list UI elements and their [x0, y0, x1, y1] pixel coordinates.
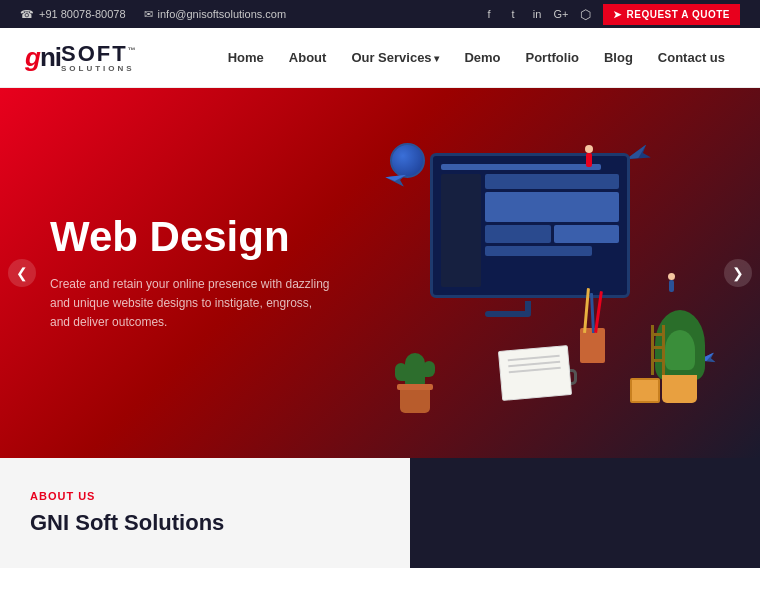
- hero-description: Create and retain your online presence w…: [50, 275, 330, 333]
- logo-solutions-text: SOLUTIONS: [61, 65, 138, 73]
- hero-title: Web Design: [50, 214, 330, 260]
- nav-links: Home About Our Services Demo Portfolio B…: [218, 42, 735, 73]
- hero-section: ❮ Web Design Create and retain your onli…: [0, 88, 760, 458]
- twitter-icon[interactable]: t: [505, 6, 521, 22]
- pencil-cup: [580, 328, 605, 363]
- paper-document: [498, 345, 572, 401]
- cactus-plant-left: [400, 353, 430, 413]
- request-quote-arrow-icon: ➤: [613, 9, 622, 20]
- nav-item-portfolio[interactable]: Portfolio: [516, 42, 589, 73]
- nav-item-blog[interactable]: Blog: [594, 42, 643, 73]
- nav-link-services[interactable]: Our Services: [341, 42, 449, 73]
- top-bar-right: f t in G+ ⬡ ➤ REQUEST A QUOTE: [481, 4, 740, 25]
- nav-link-demo[interactable]: Demo: [454, 42, 510, 73]
- email-address: info@gnisoftsolutions.com: [158, 8, 287, 20]
- nav-item-contact[interactable]: Contact us: [648, 42, 735, 73]
- ladder: [651, 325, 665, 375]
- social-icons: f t in G+ ⬡: [481, 6, 593, 22]
- phone-icon: ☎: [20, 8, 34, 21]
- nav-item-demo[interactable]: Demo: [454, 42, 510, 73]
- monitor-illustration: [430, 153, 630, 298]
- hero-prev-button[interactable]: ❮: [8, 259, 36, 287]
- figure-right: [668, 273, 675, 292]
- nav-item-about[interactable]: About: [279, 42, 337, 73]
- request-quote-button[interactable]: ➤ REQUEST A QUOTE: [603, 4, 740, 25]
- box-decoration: [630, 378, 660, 403]
- figure-top: [585, 145, 593, 167]
- nav-item-services[interactable]: Our Services: [341, 42, 449, 73]
- top-bar-left: ☎ +91 80078-80078 ✉ info@gnisoftsolution…: [20, 8, 286, 21]
- logo-gni-text: gni: [25, 42, 61, 73]
- about-label: ABOUT US: [30, 490, 380, 502]
- email-info: ✉ info@gnisoftsolutions.com: [144, 8, 287, 21]
- phone-number: +91 80078-80078: [39, 8, 126, 20]
- dark-block: [410, 458, 760, 568]
- hero-illustration: [380, 123, 720, 423]
- hero-prev-icon: ❮: [16, 265, 28, 281]
- linkedin-icon[interactable]: in: [529, 6, 545, 22]
- logo-tm: ™: [128, 45, 138, 54]
- paper-plane-2: [384, 169, 407, 190]
- nav-link-blog[interactable]: Blog: [594, 42, 643, 73]
- top-bar: ☎ +91 80078-80078 ✉ info@gnisoftsolution…: [0, 0, 760, 28]
- nav-item-home[interactable]: Home: [218, 42, 274, 73]
- tree-plant-right: [662, 310, 705, 403]
- nav-link-about[interactable]: About: [279, 42, 337, 73]
- hero-next-icon: ❯: [732, 265, 744, 281]
- instagram-icon[interactable]: ⬡: [577, 6, 593, 22]
- request-quote-label: REQUEST A QUOTE: [627, 9, 730, 20]
- hero-next-button[interactable]: ❯: [724, 259, 752, 287]
- below-hero: ABOUT US GNI Soft Solutions: [0, 458, 760, 568]
- nav-link-home[interactable]: Home: [218, 42, 274, 73]
- logo-soft-top: SOFT™: [61, 43, 138, 65]
- about-title: GNI Soft Solutions: [30, 510, 380, 536]
- email-icon: ✉: [144, 8, 153, 21]
- about-section: ABOUT US GNI Soft Solutions: [0, 458, 410, 568]
- googleplus-icon[interactable]: G+: [553, 6, 569, 22]
- hero-content: Web Design Create and retain your online…: [0, 214, 380, 333]
- logo[interactable]: gni SOFT™ SOLUTIONS: [25, 42, 138, 73]
- nav-link-portfolio[interactable]: Portfolio: [516, 42, 589, 73]
- nav-link-contact[interactable]: Contact us: [648, 42, 735, 73]
- phone-info: ☎ +91 80078-80078: [20, 8, 126, 21]
- facebook-icon[interactable]: f: [481, 6, 497, 22]
- navbar: gni SOFT™ SOLUTIONS Home About Our Servi…: [0, 28, 760, 88]
- logo-soft-text: SOFT™ SOLUTIONS: [61, 43, 138, 73]
